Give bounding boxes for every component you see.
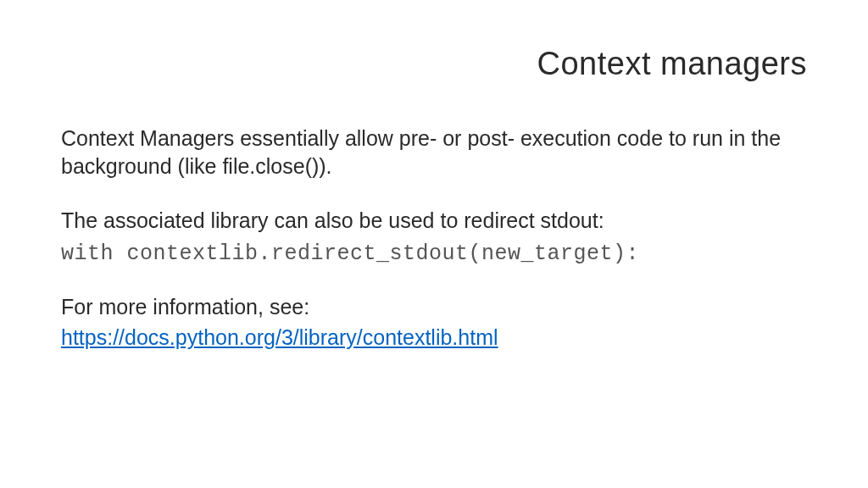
- slide-container: Context managers Context Managers essent…: [0, 0, 868, 488]
- stdout-section: The associated library can also be used …: [61, 207, 807, 266]
- reference-section: For more information, see: https://docs.…: [61, 293, 807, 351]
- stdout-paragraph: The associated library can also be used …: [61, 207, 807, 235]
- documentation-link[interactable]: https://docs.python.org/3/library/contex…: [61, 325, 498, 349]
- slide-title: Context managers: [61, 46, 807, 82]
- intro-paragraph: Context Managers essentially allow pre- …: [61, 125, 807, 180]
- code-example: with contextlib.redirect_stdout(new_targ…: [61, 241, 807, 266]
- reference-label: For more information, see:: [61, 293, 807, 321]
- intro-section: Context Managers essentially allow pre- …: [61, 125, 807, 180]
